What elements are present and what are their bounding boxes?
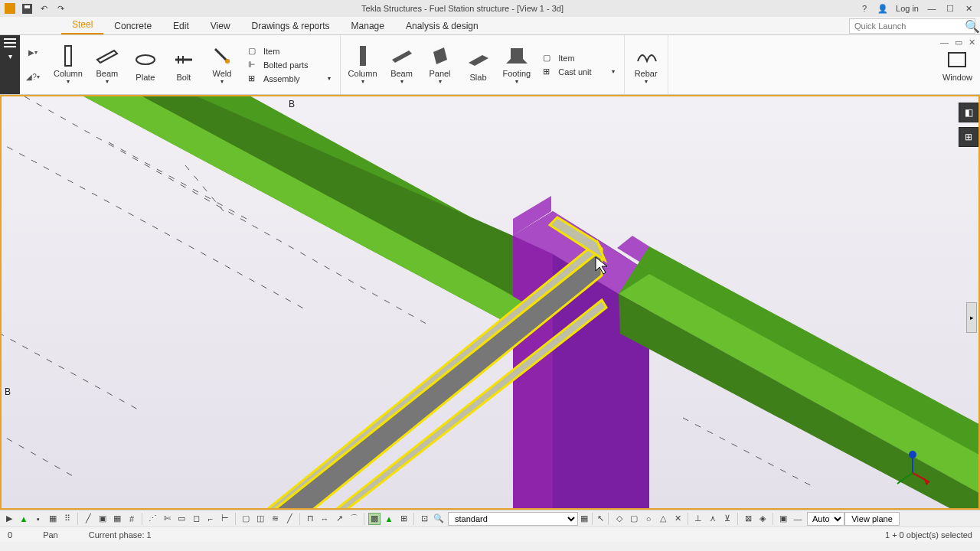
select-tool[interactable]: ▶▾ <box>28 48 38 57</box>
edit-cut-icon[interactable]: ✄ <box>161 513 173 525</box>
tab-view[interactable]: View <box>200 18 241 34</box>
close-icon[interactable]: ✕ <box>963 3 974 14</box>
snap-hash-icon[interactable]: # <box>126 513 138 525</box>
status-phase: Current phase: 1 <box>89 530 152 540</box>
bolt-button[interactable]: Bolt <box>167 39 201 91</box>
snap-mid-icon[interactable]: ▢ <box>628 513 640 525</box>
snap-ext-icon[interactable]: ✕ <box>671 513 684 525</box>
redo-icon[interactable]: ↷ <box>55 3 66 14</box>
tab-edit[interactable]: Edit <box>162 18 200 34</box>
status-selection: 1 + 0 object(s) selected <box>885 530 972 540</box>
snap-perp-icon[interactable]: ⊥ <box>692 513 704 525</box>
edit-dim-icon[interactable]: ⊢ <box>219 513 231 525</box>
item-button[interactable]: ▢Item <box>248 46 331 57</box>
footing-button[interactable]: Footing▾ <box>500 39 534 91</box>
viewport-3d[interactable]: B B <box>0 95 980 510</box>
view-grid-icon[interactable]: ⊞ <box>959 127 978 147</box>
status-mode: Pan <box>43 530 58 540</box>
quick-launch[interactable]: 🔍 <box>849 18 975 34</box>
view-3d-icon[interactable]: ◫ <box>254 513 266 525</box>
select-arrow-icon[interactable]: ▶ <box>3 513 15 525</box>
view-rect-icon[interactable]: ▢ <box>240 513 252 525</box>
app-icon <box>5 3 15 14</box>
dim-w-icon[interactable]: ↔ <box>318 513 331 525</box>
dim-h-icon[interactable]: ⊓ <box>304 513 316 525</box>
snap-end-icon[interactable]: ◇ <box>613 513 626 525</box>
viewplane-button[interactable]: View plane <box>844 512 900 526</box>
slab-button[interactable]: Slab <box>462 39 495 91</box>
mdi-close-icon[interactable]: ✕ <box>969 37 975 47</box>
maximize-icon[interactable]: ☐ <box>945 3 956 14</box>
dim-d-icon[interactable]: ↗ <box>333 513 345 525</box>
mdi-restore-icon[interactable]: ▭ <box>955 37 962 47</box>
save-icon[interactable] <box>21 3 32 14</box>
menu-icon[interactable] <box>4 38 16 47</box>
mdi-minimize-icon[interactable]: — <box>940 37 949 47</box>
user-icon[interactable]: 👤 <box>877 3 888 14</box>
snap-grid-icon[interactable]: ▦ <box>111 513 123 525</box>
cs-icon[interactable]: ▣ <box>777 513 789 525</box>
quick-launch-input[interactable] <box>850 21 965 31</box>
snap-near-icon[interactable]: ⋏ <box>707 513 719 525</box>
snap-center-icon[interactable]: ○ <box>642 513 655 525</box>
auto-dropdown[interactable]: Auto <box>807 512 844 526</box>
snap-node-icon[interactable]: ⊠ <box>742 513 754 525</box>
snap-box-icon[interactable]: ▣ <box>96 513 109 525</box>
snap-int-icon[interactable]: △ <box>657 513 669 525</box>
weld-button[interactable]: Weld▾ <box>205 39 239 91</box>
c-item-button[interactable]: ▢Item <box>543 53 614 64</box>
edit-rect-icon[interactable]: ▭ <box>175 513 188 525</box>
view-render-icon[interactable]: ▩ <box>368 513 381 525</box>
search-icon[interactable]: 🔍 <box>965 19 980 34</box>
c-column-button[interactable]: Column▾ <box>345 39 381 91</box>
fit-icon[interactable]: ⊡ <box>418 513 430 525</box>
menu-strip: Steel Concrete Edit View Drawings & repo… <box>0 17 980 35</box>
rebar-button[interactable]: Rebar▾ <box>629 39 663 91</box>
select-grid4-icon[interactable]: ▦ <box>47 513 59 525</box>
bolted-parts-button[interactable]: ⊩Bolted parts <box>248 60 331 70</box>
help-icon[interactable]: ? <box>859 3 870 14</box>
select-filter-dropdown[interactable]: standard <box>448 512 578 526</box>
snap-any-icon[interactable]: ⊻ <box>721 513 733 525</box>
view-line-icon[interactable]: ╱ <box>283 513 296 525</box>
filter-settings-icon[interactable]: ▦ <box>578 513 590 525</box>
tab-manage[interactable]: Manage <box>341 18 395 34</box>
beam-button[interactable]: Beam▾ <box>90 39 124 91</box>
snap-line-icon[interactable]: ╱ <box>82 513 94 525</box>
view-layers-icon[interactable]: ≋ <box>269 513 281 525</box>
c-beam-button[interactable]: Beam▾ <box>385 39 419 91</box>
select-tree-icon[interactable]: ▲ <box>18 513 30 525</box>
chevron-down-icon[interactable]: ▾ <box>8 52 12 60</box>
tab-analysis[interactable]: Analysis & design <box>395 18 489 34</box>
minimize-icon[interactable]: — <box>926 3 937 14</box>
tab-drawings[interactable]: Drawings & reports <box>241 18 341 34</box>
select-single-icon[interactable]: ▪ <box>32 513 44 525</box>
dim-curve-icon[interactable]: ⌒ <box>348 513 360 525</box>
bottom-toolbar: ▶ ▲ ▪ ▦ ⠿ ╱ ▣ ▦ # ⋰ ✄ ▭ ◻ ⌐ ⊢ ▢ ◫ ≋ ╱ ⊓ … <box>0 510 980 527</box>
snap-tool[interactable]: ◢?▾ <box>26 73 40 81</box>
status-bar: 0 Pan Current phase: 1 1 + 0 object(s) s… <box>0 527 980 542</box>
select-dots-icon[interactable]: ⠿ <box>61 513 74 525</box>
side-handle[interactable]: ▸ <box>966 302 977 333</box>
ribbon-side[interactable]: ▾ <box>0 35 20 94</box>
undo-icon[interactable]: ↶ <box>38 3 49 14</box>
cast-unit-button[interactable]: ⊞Cast unit▾ <box>543 67 614 77</box>
view-assembly-icon[interactable]: ⊞ <box>397 513 410 525</box>
edit-point-icon[interactable]: ⋰ <box>146 513 158 525</box>
plate-button[interactable]: Plate <box>129 39 162 91</box>
login-link[interactable]: Log in <box>896 4 919 13</box>
zoom-icon[interactable]: 🔍 <box>433 513 445 525</box>
tab-steel[interactable]: Steel <box>61 16 103 34</box>
cs-line-icon[interactable]: — <box>792 513 804 525</box>
column-button[interactable]: Column▾ <box>51 39 86 91</box>
assembly-button[interactable]: ⊞Assembly▾ <box>248 73 331 84</box>
tab-concrete[interactable]: Concrete <box>103 18 162 34</box>
edit-frame-icon[interactable]: ◻ <box>190 513 202 525</box>
edit-corner-icon[interactable]: ⌐ <box>204 513 217 525</box>
view-cube-icon[interactable]: ◧ <box>959 103 978 122</box>
snap-face-icon[interactable]: ◈ <box>756 513 769 525</box>
view-solid-icon[interactable]: ▲ <box>383 513 395 525</box>
cursor-mode-icon[interactable]: ↖ <box>594 513 606 525</box>
panel-button[interactable]: Panel▾ <box>423 39 457 91</box>
svg-rect-10 <box>949 53 965 67</box>
